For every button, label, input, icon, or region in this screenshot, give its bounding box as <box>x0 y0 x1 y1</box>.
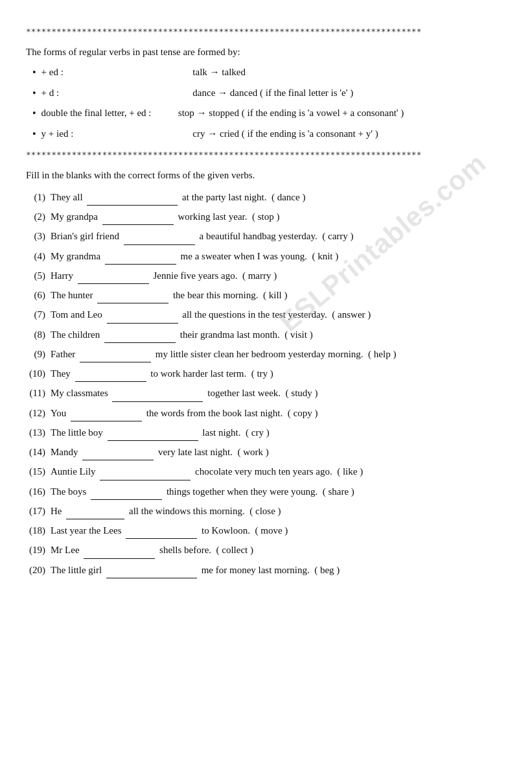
rule-item-1: • + ed : talk → talked <box>32 64 506 81</box>
exercise-number-18: (18) <box>26 522 51 539</box>
exercise-number-8: (8) <box>26 326 51 343</box>
exercise-number-16: (16) <box>26 483 51 500</box>
exercise-number-1: (1) <box>26 189 51 206</box>
exercise-blank-15[interactable] <box>100 470 191 480</box>
exercise-content-11: My classmates together last week. ( stud… <box>51 385 506 401</box>
rule-item-4: • y + ied : cry → cried ( if the ending … <box>32 126 506 143</box>
exercise-blank-10[interactable] <box>75 372 146 382</box>
exercise-blank-11[interactable] <box>112 392 203 402</box>
exercise-item-20: (20) The little girl me for money last m… <box>26 562 506 578</box>
exercise-number-19: (19) <box>26 541 51 558</box>
rule-text-4: y + ied : cry → cried ( if the ending is… <box>41 126 506 141</box>
exercise-item-1: (1) They all at the party last night. ( … <box>26 189 506 206</box>
rule-text-1: + ed : talk → talked <box>41 64 506 80</box>
exercise-content-2: My grandpa working last year. ( stop ) <box>51 208 506 225</box>
exercise-number-9: (9) <box>26 346 51 362</box>
exercise-item-11: (11) My classmates together last week. (… <box>26 385 506 401</box>
exercise-blank-18[interactable] <box>126 528 197 539</box>
exercise-content-8: The children their grandma last month. (… <box>51 326 506 343</box>
exercise-item-14: (14) Mandy very late last night. ( work … <box>26 444 506 460</box>
bullet-3: • <box>32 105 36 122</box>
rule-item-3: • double the final letter, + ed : stop →… <box>32 105 506 122</box>
exercise-item-2: (2) My grandpa working last year. ( stop… <box>26 208 506 225</box>
exercise-blank-14[interactable] <box>82 450 154 460</box>
exercise-item-9: (9) Father my little sister clean her be… <box>26 346 506 362</box>
exercise-item-10: (10) They to work harder last term. ( tr… <box>26 365 506 382</box>
rule-example-2: dance → danced ( if the final letter is … <box>192 88 353 98</box>
exercise-blank-16[interactable] <box>91 490 162 500</box>
exercise-content-18: Last year the Lees to Kowloon. ( move ) <box>51 522 506 539</box>
rule-example-3: stop → stopped ( if the ending is 'a vow… <box>173 108 404 118</box>
rule-text-2: + d : dance → danced ( if the final lett… <box>41 85 506 101</box>
exercise-number-11: (11) <box>26 385 51 401</box>
bullet-1: • <box>32 64 36 81</box>
bullet-2: • <box>32 85 36 102</box>
exercise-content-15: Auntie Lily chocolate very much ten year… <box>51 463 506 480</box>
exercise-content-20: The little girl me for money last mornin… <box>51 562 506 578</box>
exercise-number-13: (13) <box>26 424 51 441</box>
exercise-content-12: You the words from the book last night. … <box>51 405 506 421</box>
exercise-list: (1) They all at the party last night. ( … <box>26 189 506 578</box>
bottom-divider: ****************************************… <box>26 149 506 161</box>
exercise-item-19: (19) Mr Lee shells before. ( collect ) <box>26 541 506 558</box>
exercise-number-10: (10) <box>26 365 51 382</box>
exercise-blank-13[interactable] <box>108 431 198 441</box>
exercise-item-8: (8) The children their grandma last mont… <box>26 326 506 343</box>
exercise-blank-2[interactable] <box>102 215 174 225</box>
exercise-content-6: The hunter the bear this morning. ( kill… <box>51 287 506 303</box>
exercise-number-5: (5) <box>26 267 51 284</box>
exercise-item-17: (17) He all the windows this morning. ( … <box>26 503 506 519</box>
exercise-content-13: The little boy last night. ( cry ) <box>51 424 506 441</box>
rule-example-1: talk → talked <box>192 67 246 77</box>
exercise-item-12: (12) You the words from the book last ni… <box>26 405 506 421</box>
exercise-content-4: My grandma me a sweater when I was young… <box>51 248 506 265</box>
exercise-item-6: (6) The hunter the bear this morning. ( … <box>26 287 506 303</box>
exercise-number-3: (3) <box>26 228 51 244</box>
exercise-blank-9[interactable] <box>80 352 151 362</box>
exercise-number-4: (4) <box>26 248 51 265</box>
exercise-item-3: (3) Brian's girl friend a beautiful hand… <box>26 228 506 244</box>
exercise-number-14: (14) <box>26 444 51 460</box>
exercise-content-10: They to work harder last term. ( try ) <box>51 365 506 382</box>
exercise-item-18: (18) Last year the Lees to Kowloon. ( mo… <box>26 522 506 539</box>
exercise-content-19: Mr Lee shells before. ( collect ) <box>51 541 506 558</box>
rule-label-2: + d : <box>41 85 191 101</box>
rule-item-2: • + d : dance → danced ( if the final le… <box>32 85 506 102</box>
exercise-number-17: (17) <box>26 503 51 519</box>
rule-label-3: double the final letter, + ed : <box>41 105 171 121</box>
exercise-blank-20[interactable] <box>106 568 197 578</box>
exercise-item-4: (4) My grandma me a sweater when I was y… <box>26 248 506 265</box>
exercise-number-15: (15) <box>26 463 51 480</box>
exercise-blank-5[interactable] <box>78 274 149 284</box>
exercise-blank-19[interactable] <box>84 549 155 559</box>
exercise-blank-8[interactable] <box>104 333 176 343</box>
exercise-item-13: (13) The little boy last night. ( cry ) <box>26 424 506 441</box>
exercise-number-20: (20) <box>26 562 51 578</box>
exercise-blank-7[interactable] <box>107 313 178 324</box>
top-divider: ****************************************… <box>26 26 506 38</box>
exercise-blank-1[interactable] <box>87 195 178 206</box>
exercise-blank-17[interactable] <box>66 509 124 519</box>
exercise-item-5: (5) Harry Jennie five years ago. ( marry… <box>26 267 506 284</box>
exercise-number-6: (6) <box>26 287 51 303</box>
intro-title: The forms of regular verbs in past tense… <box>26 47 506 58</box>
exercise-content-14: Mandy very late last night. ( work ) <box>51 444 506 460</box>
exercise-item-16: (16) The boys things together when they … <box>26 483 506 500</box>
exercise-blank-3[interactable] <box>124 235 195 245</box>
exercise-number-7: (7) <box>26 306 51 323</box>
bullet-4: • <box>32 126 36 143</box>
exercise-content-7: Tom and Leo all the questions in the tes… <box>51 306 506 323</box>
rule-label-4: y + ied : <box>41 126 191 141</box>
exercise-number-2: (2) <box>26 208 51 225</box>
exercise-blank-12[interactable] <box>71 411 142 421</box>
exercise-content-3: Brian's girl friend a beautiful handbag … <box>51 228 506 244</box>
exercise-content-5: Harry Jennie five years ago. ( marry ) <box>51 267 506 284</box>
exercise-item-15: (15) Auntie Lily chocolate very much ten… <box>26 463 506 480</box>
exercise-content-1: They all at the party last night. ( danc… <box>51 189 506 206</box>
rule-label-1: + ed : <box>41 64 191 80</box>
exercise-blank-6[interactable] <box>97 293 168 303</box>
exercise-blank-4[interactable] <box>105 254 176 265</box>
exercise-content-9: Father my little sister clean her bedroo… <box>51 346 506 362</box>
exercise-content-16: The boys things together when they were … <box>51 483 506 500</box>
rule-text-3: double the final letter, + ed : stop → s… <box>41 105 506 121</box>
